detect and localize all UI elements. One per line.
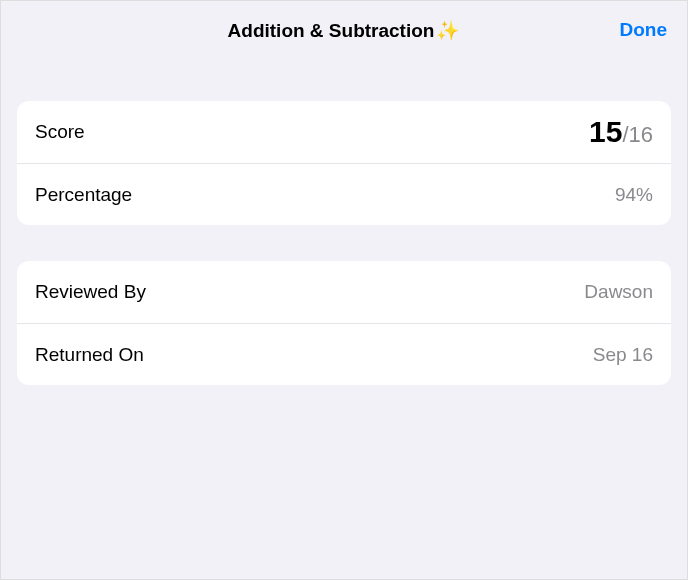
score-row: Score 15/16 [17, 101, 671, 163]
detail-card: Reviewed By Dawson Returned On Sep 16 [17, 261, 671, 385]
returned-on-row: Returned On Sep 16 [17, 323, 671, 385]
page-title: Addition & Subtraction✨ [228, 19, 461, 42]
reviewed-by-value: Dawson [584, 281, 653, 303]
title-text: Addition & Subtraction [228, 20, 435, 41]
sparkles-icon: ✨ [436, 20, 460, 41]
score-card: Score 15/16 Percentage 94% [17, 101, 671, 225]
header: Addition & Subtraction✨ Done [1, 1, 687, 59]
score-total: 16 [629, 122, 653, 148]
score-earned: 15 [589, 115, 622, 149]
percentage-row: Percentage 94% [17, 163, 671, 225]
reviewed-by-label: Reviewed By [35, 281, 146, 303]
percentage-value: 94% [615, 184, 653, 206]
score-label: Score [35, 121, 85, 143]
reviewed-by-row: Reviewed By Dawson [17, 261, 671, 323]
returned-on-label: Returned On [35, 344, 144, 366]
done-button[interactable]: Done [620, 19, 668, 41]
percentage-label: Percentage [35, 184, 132, 206]
returned-on-value: Sep 16 [593, 344, 653, 366]
content-area: Score 15/16 Percentage 94% Reviewed By D… [1, 59, 687, 385]
score-value: 15/16 [589, 115, 653, 149]
